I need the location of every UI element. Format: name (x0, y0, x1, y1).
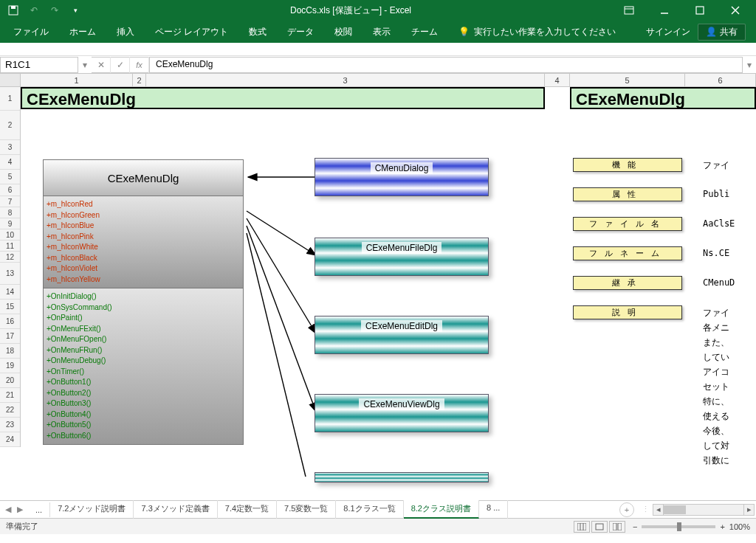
sheet-tab[interactable]: 7.3メソッド定義書 (134, 500, 217, 519)
row-header[interactable]: 18 (0, 344, 20, 359)
svg-rect-2 (625, 7, 633, 14)
row-header[interactable]: 19 (0, 359, 20, 373)
row-header[interactable]: 14 (0, 285, 20, 300)
sheet-tab[interactable]: 7.4定数一覧 (218, 500, 277, 519)
sheet-nav-next-icon[interactable]: ▶ (15, 505, 25, 514)
formula-input[interactable]: CExeMenuDlg (150, 57, 743, 73)
ribbon-tab-file[interactable]: ファイル (3, 21, 59, 43)
row-header[interactable]: 23 (0, 418, 20, 432)
class-box[interactable]: CExeMenuDlg +m_hIconRed +m_hIconGreen +m… (43, 159, 244, 445)
window-title: DocCs.xls [保護ビュー] - Excel (89, 4, 613, 17)
signin-link[interactable]: サインイン (646, 26, 690, 38)
sheet-tab[interactable]: 7.2メソッド説明書 (50, 500, 134, 519)
ribbon-tab-team[interactable]: チーム (401, 21, 448, 43)
row-header[interactable]: 7 (0, 196, 20, 207)
close-icon[interactable] (719, 0, 752, 21)
related-class-box[interactable]: CMenuDialog (315, 158, 489, 196)
related-class-box[interactable]: CExeMenuEditDlg (315, 316, 489, 354)
qat-dropdown-icon[interactable]: ▾ (68, 3, 83, 18)
zoom-in-button[interactable]: + (720, 522, 724, 531)
row-header[interactable]: 6 (0, 184, 20, 196)
row-header[interactable]: 1 (0, 87, 20, 111)
cell-text: セット (703, 381, 729, 393)
row-header[interactable]: 20 (0, 373, 20, 388)
sheet-nav-prev-icon[interactable]: ◀ (3, 505, 13, 514)
zoom-slider[interactable] (642, 525, 715, 528)
ribbon-tab-review[interactable]: 校閲 (324, 21, 362, 43)
save-icon[interactable] (6, 3, 21, 18)
property-label: 継承 (573, 276, 682, 290)
zoom-out-button[interactable]: − (633, 522, 637, 531)
row-header[interactable]: 10 (0, 229, 20, 241)
ribbon-tab-data[interactable]: データ (277, 21, 324, 43)
col-header[interactable]: 4 (545, 74, 570, 86)
row-header[interactable]: 13 (0, 263, 20, 285)
class-method: +OnButton2() (47, 388, 240, 399)
related-class-box[interactable] (315, 472, 489, 483)
scroll-right-icon[interactable]: ▸ (743, 505, 754, 515)
redo-icon[interactable]: ↷ (47, 3, 62, 18)
related-class-label: CExeMenuFileDlg (362, 242, 442, 254)
sheet-tab[interactable]: 8.1クラス一覧 (336, 500, 403, 519)
svg-line-9 (247, 211, 316, 255)
col-header[interactable]: 5 (570, 74, 685, 86)
formula-expand-icon[interactable]: ▾ (743, 60, 756, 70)
title-cell-left[interactable]: CExeMenuDlg (21, 87, 545, 109)
normal-view-icon[interactable] (574, 521, 590, 533)
column-headers: 1 2 3 4 5 6 (0, 74, 756, 87)
ribbon-display-icon[interactable] (613, 0, 645, 21)
undo-icon[interactable]: ↶ (27, 3, 41, 18)
related-class-box[interactable]: CExeMenuViewDlg (315, 394, 489, 432)
sheet-tab[interactable]: 7.5変数一覧 (277, 500, 336, 519)
ribbon-tab-formulas[interactable]: 数式 (238, 21, 277, 43)
col-header[interactable]: 2 (133, 74, 146, 86)
page-layout-view-icon[interactable] (591, 521, 608, 533)
row-header[interactable]: 24 (0, 432, 20, 447)
maximize-icon[interactable] (684, 0, 716, 21)
scroll-left-icon[interactable]: ◂ (653, 505, 664, 515)
row-header[interactable]: 11 (0, 241, 20, 252)
ribbon-tab-view[interactable]: 表示 (362, 21, 401, 43)
title-cell-right[interactable]: CExeMenuDlg (570, 87, 756, 109)
horizontal-scrollbar[interactable]: ◂ ▸ (653, 504, 755, 516)
view-buttons (574, 521, 625, 533)
cancel-icon[interactable]: ✕ (92, 57, 111, 73)
row-header[interactable]: 9 (0, 218, 20, 229)
zoom-slider-thumb[interactable] (677, 522, 681, 531)
fx-icon[interactable]: fx (130, 57, 149, 73)
svg-rect-13 (577, 523, 586, 530)
enter-icon[interactable]: ✓ (111, 57, 130, 73)
col-header[interactable]: 1 (21, 74, 133, 86)
sheet-tab-ellipsis[interactable]: ... (28, 502, 50, 517)
share-button[interactable]: 👤 共有 (698, 24, 746, 41)
name-box[interactable] (0, 57, 78, 73)
minimize-icon[interactable] (648, 0, 681, 21)
row-header[interactable]: 16 (0, 314, 20, 329)
add-sheet-button[interactable]: + (619, 502, 634, 517)
select-all-corner[interactable] (0, 74, 21, 86)
col-header[interactable]: 6 (685, 74, 756, 86)
namebox-dropdown-icon[interactable]: ▾ (78, 60, 92, 70)
row-header[interactable]: 8 (0, 207, 20, 218)
row-header[interactable]: 17 (0, 329, 20, 344)
row-header[interactable]: 2 (0, 111, 20, 140)
tell-me[interactable]: 💡 実行したい作業を入力してください (448, 21, 626, 43)
row-header[interactable]: 12 (0, 252, 20, 263)
worksheet[interactable]: CExeMenuDlg CExeMenuDlg CExeMenuDlg +m_h… (21, 87, 756, 500)
row-header[interactable]: 21 (0, 388, 20, 403)
related-class-box[interactable]: CExeMenuFileDlg (315, 238, 489, 276)
sheet-tab-ellipsis[interactable]: 8 ... (479, 500, 508, 519)
page-break-view-icon[interactable] (609, 521, 625, 533)
sheet-tab-active[interactable]: 8.2クラス説明書 (404, 500, 479, 519)
row-header[interactable]: 22 (0, 403, 20, 418)
zoom-level[interactable]: 100% (729, 522, 750, 531)
col-header[interactable]: 3 (146, 74, 545, 86)
ribbon-tab-home[interactable]: ホーム (59, 21, 106, 43)
row-header[interactable]: 15 (0, 300, 20, 314)
row-header[interactable]: 4 (0, 155, 20, 170)
ribbon-tab-pagelayout[interactable]: ページ レイアウト (145, 21, 238, 43)
scroll-thumb[interactable] (664, 505, 686, 514)
row-header[interactable]: 5 (0, 170, 20, 184)
ribbon-tab-insert[interactable]: 挿入 (106, 21, 145, 43)
row-header[interactable]: 3 (0, 140, 20, 155)
